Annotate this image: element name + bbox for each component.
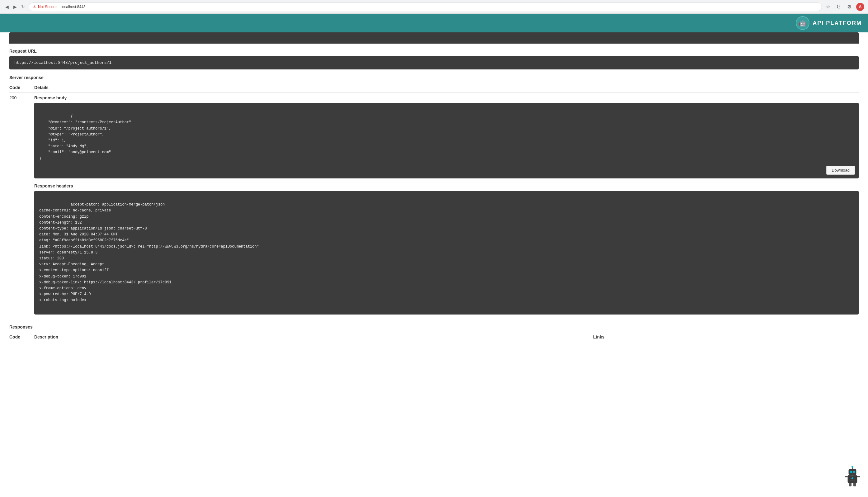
request-url-section: Request URL https://localhost:8443/proje…: [9, 48, 859, 69]
api-platform-logo: 🤖: [796, 16, 809, 30]
forward-button[interactable]: ▶: [12, 4, 18, 10]
bookmark-icon[interactable]: ☆: [824, 3, 832, 11]
app-header: 🤖 API PLATFORM: [0, 14, 868, 32]
extensions-icon[interactable]: ⚙: [845, 3, 853, 11]
details-header: Details: [34, 83, 859, 93]
response-code: 200: [9, 93, 34, 317]
browser-actions: ☆ G ⚙ A: [824, 3, 864, 11]
back-button[interactable]: ◀: [4, 4, 10, 10]
request-url-value: https://localhost:8443/project_authors/1: [9, 56, 859, 69]
response-details: Response body { "@context": "/contexts/P…: [34, 93, 859, 317]
reload-button[interactable]: ↻: [20, 4, 26, 10]
responses-code-header: Code: [9, 332, 34, 342]
app-logo-area: 🤖 API PLATFORM: [796, 16, 862, 30]
responses-section-label: Responses: [9, 325, 859, 329]
not-secure-icon: ⚠: [33, 5, 36, 9]
server-response-label: Server response: [9, 75, 859, 80]
avatar[interactable]: A: [856, 3, 864, 11]
nav-buttons: ◀ ▶ ↻: [4, 4, 26, 10]
collapsed-top-bar: [9, 32, 859, 44]
code-header: Code: [9, 83, 34, 93]
address-url: localhost:8443: [61, 5, 85, 9]
responses-description-header: Description: [34, 332, 593, 342]
grammarly-icon[interactable]: G: [835, 3, 842, 11]
download-button[interactable]: Download: [826, 166, 855, 175]
not-secure-text: Not Secure: [38, 5, 57, 9]
responses-table: Code Description Links: [9, 332, 859, 342]
main-content: Request URL https://localhost:8443/proje…: [0, 32, 868, 352]
server-response-section: Server response Code Details 200 Respons…: [9, 75, 859, 317]
response-body-label: Response body: [34, 95, 859, 100]
response-headers-code: accept-patch: application/merge-patch+js…: [34, 191, 859, 314]
app-title: API PLATFORM: [813, 20, 862, 27]
response-headers-label: Response headers: [34, 183, 859, 188]
address-divider: |: [59, 5, 59, 9]
address-bar[interactable]: ⚠ Not Secure | localhost:8443: [29, 2, 822, 11]
response-table: Code Details 200 Response body { "@conte…: [9, 83, 859, 317]
browser-chrome: ◀ ▶ ↻ ⚠ Not Secure | localhost:8443 ☆ G …: [0, 0, 868, 14]
table-row: 200 Response body { "@context": "/contex…: [9, 93, 859, 317]
responses-section: Responses Code Description Links: [9, 325, 859, 342]
responses-links-header: Links: [593, 332, 859, 342]
request-url-label: Request URL: [9, 48, 859, 54]
response-body-code: { "@context": "/contexts/ProjectAuthor",…: [34, 103, 859, 179]
